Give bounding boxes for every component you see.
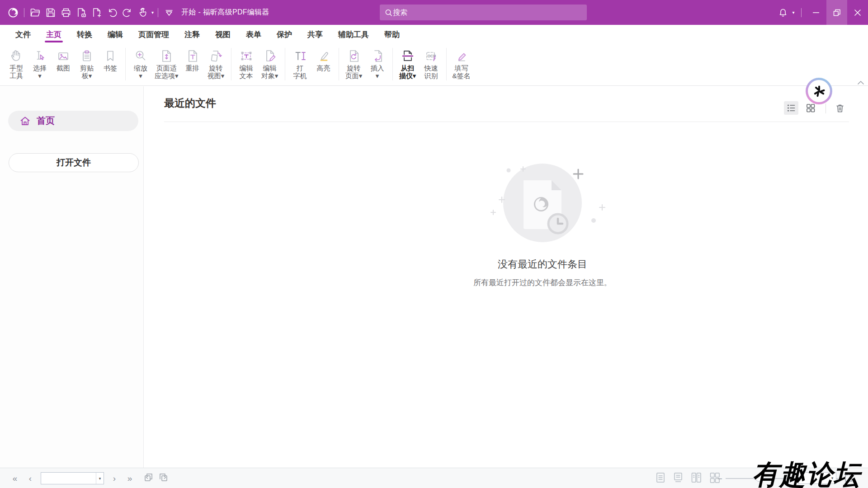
notifications-icon[interactable] <box>776 5 790 21</box>
rotate-page-button[interactable]: 旋转 页面▾ <box>342 47 366 80</box>
next-page-icon[interactable]: › <box>107 474 122 483</box>
hand-pointer-icon[interactable] <box>135 5 151 21</box>
previous-page-icon[interactable]: ‹ <box>23 474 38 483</box>
restore-window-button[interactable] <box>826 0 847 25</box>
toolbar-group-edit: 编辑 文本 编辑 对象▾ <box>235 47 282 80</box>
reflow-icon <box>184 47 201 64</box>
menu-edit[interactable]: 编辑 <box>100 25 131 44</box>
page-navigation: « ‹ ▾ › » <box>7 468 169 488</box>
sidebar: 首页 打开文件 <box>0 86 144 468</box>
zoom-out-icon[interactable]: – <box>718 474 722 483</box>
empty-state: 没有最近的文件条目 所有最近打开过的文件都会显示在这里。 <box>429 159 656 288</box>
ribbon-toolbar: 手型 工具 选择 ▾ 截图 剪贴 板▾ <box>0 44 868 86</box>
remove-page-icon[interactable] <box>74 5 89 21</box>
search-icon <box>384 8 393 17</box>
list-view-button[interactable] <box>784 101 798 115</box>
single-page-view-icon[interactable] <box>656 472 665 485</box>
insert-page-icon <box>369 47 386 64</box>
divider <box>801 8 802 17</box>
open-file-icon[interactable] <box>28 5 43 21</box>
reflow-button[interactable]: 重排 <box>181 47 204 80</box>
facing-view-icon[interactable] <box>691 472 702 485</box>
sidebar-home-label: 首页 <box>37 115 55 127</box>
sidebar-item-home[interactable]: 首页 <box>8 111 138 131</box>
hand-pointer-dropdown-icon[interactable]: ▾ <box>151 10 154 15</box>
redo-icon[interactable] <box>120 5 135 21</box>
edit-object-button[interactable]: 编辑 对象▾ <box>258 47 282 80</box>
snapshot-button[interactable]: 截图 <box>52 47 75 80</box>
divider <box>826 103 826 113</box>
insert-page-button[interactable]: 插入 ▾ <box>366 47 389 80</box>
customize-filter-icon[interactable] <box>161 5 177 21</box>
first-page-icon[interactable]: « <box>7 474 23 483</box>
page-dropdown-icon[interactable]: ▾ <box>96 473 104 484</box>
toolbar-group-pages: 旋转 页面▾ 插入 ▾ <box>342 47 389 80</box>
menu-form[interactable]: 表单 <box>238 25 269 44</box>
quick-access-toolbar: ▾ 开始 - 福昕高级PDF编辑器 <box>0 0 269 25</box>
grid-view-icon <box>806 103 816 113</box>
highlight-icon <box>316 47 332 64</box>
notifications-dropdown-icon[interactable]: ▾ <box>790 10 797 15</box>
menu-protect[interactable]: 保护 <box>269 25 300 44</box>
fill-sign-button[interactable]: 填写 &签名 <box>450 47 473 80</box>
menu-organize[interactable]: 页面管理 <box>131 25 177 44</box>
menu-help[interactable]: 帮助 <box>377 25 407 44</box>
empty-state-title: 没有最近的文件条目 <box>429 258 656 271</box>
fit-page-button[interactable]: 页面适 应选项▾ <box>152 47 181 80</box>
print-icon[interactable] <box>58 5 74 21</box>
home-icon <box>19 115 31 127</box>
rotate-view-button[interactable]: 旋转 视图▾ <box>204 47 228 80</box>
search-input[interactable] <box>393 9 582 17</box>
empty-state-subtitle: 所有最近打开过的文件都会显示在这里。 <box>429 277 656 288</box>
continuous-view-icon[interactable] <box>673 472 683 485</box>
menubar: 文件 主页 转换 编辑 页面管理 注释 视图 表单 保护 共享 辅助工具 帮助 <box>0 25 868 44</box>
toolbar-group-tools: 手型 工具 选择 ▾ 截图 剪贴 板▾ <box>5 47 122 80</box>
select-button[interactable]: 选择 ▾ <box>28 47 52 80</box>
page-number-input[interactable] <box>41 475 96 482</box>
search-box[interactable] <box>380 5 587 20</box>
quick-ocr-button[interactable]: OCR 快速 识别 <box>420 47 443 80</box>
minimize-button[interactable] <box>806 0 826 25</box>
menu-view[interactable]: 视图 <box>208 25 238 44</box>
bookmark-button[interactable]: 书签 <box>99 47 122 80</box>
close-window-button[interactable] <box>847 0 868 25</box>
save-icon[interactable] <box>43 5 58 21</box>
select-icon <box>32 47 48 64</box>
assistant-logo-icon <box>808 80 830 102</box>
undo-icon[interactable] <box>104 5 120 21</box>
menu-file[interactable]: 文件 <box>8 25 38 44</box>
next-view-icon[interactable] <box>158 472 169 485</box>
recent-files-panel: 最近的文件 <box>144 86 868 468</box>
previous-view-icon[interactable] <box>143 472 154 485</box>
empty-state-illustration <box>475 159 610 249</box>
foxit-logo-icon <box>5 5 21 21</box>
edit-text-button[interactable]: 编辑 文本 <box>235 47 258 80</box>
from-scanner-button[interactable]: 从扫 描仪▾ <box>396 47 420 80</box>
menu-accessibility[interactable]: 辅助工具 <box>330 25 377 44</box>
menu-comment[interactable]: 注释 <box>177 25 208 44</box>
rotate-page-icon <box>346 47 362 64</box>
recent-files-title: 最近的文件 <box>164 96 216 110</box>
page-number-combobox[interactable]: ▾ <box>41 472 104 484</box>
divider <box>285 48 285 80</box>
ocr-icon: OCR <box>423 47 439 64</box>
typewriter-button[interactable]: 打 字机 <box>288 47 312 80</box>
highlight-button[interactable]: 高亮 <box>312 47 335 80</box>
open-file-button[interactable]: 打开文件 <box>9 153 139 172</box>
edit-object-icon <box>262 47 278 64</box>
zoom-button[interactable]: 缩放 ▾ <box>129 47 152 80</box>
menu-convert[interactable]: 转换 <box>69 25 100 44</box>
hand-tool-button[interactable]: 手型 工具 <box>5 47 28 80</box>
clear-recent-button[interactable] <box>833 101 847 115</box>
trash-icon <box>835 103 845 113</box>
new-document-icon[interactable] <box>89 5 104 21</box>
menu-home[interactable]: 主页 <box>38 25 69 44</box>
menu-share[interactable]: 共享 <box>300 25 330 44</box>
rotate-view-icon <box>208 47 224 64</box>
assistant-widget[interactable] <box>806 78 832 104</box>
divider <box>231 48 231 80</box>
clipboard-button[interactable]: 剪贴 板▾ <box>75 47 99 80</box>
toolbar-group-sign: 填写 &签名 <box>450 47 473 80</box>
last-page-icon[interactable]: » <box>122 474 137 483</box>
forum-watermark: 有趣论坛 <box>752 456 868 488</box>
